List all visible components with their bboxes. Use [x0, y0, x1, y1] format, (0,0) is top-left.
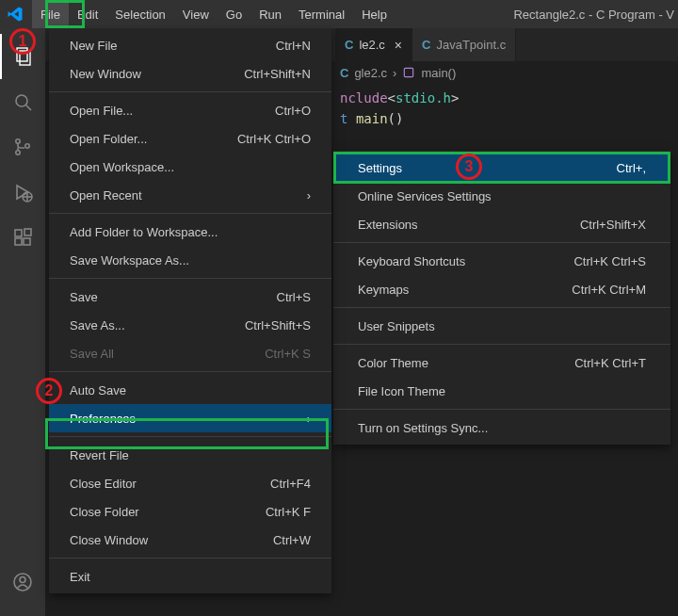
menu-item-shortcut: Ctrl+F4	[270, 477, 311, 491]
menu-selection[interactable]: Selection	[106, 0, 173, 28]
tab-label: le2.c	[359, 38, 384, 52]
svg-point-2	[16, 95, 27, 106]
accounts-icon[interactable]	[0, 559, 45, 605]
menu-item[interactable]: Save Workspace As...	[49, 246, 331, 274]
menu-item[interactable]: Add Folder to Workspace...	[49, 218, 331, 246]
submenu-item-shortcut: Ctrl+K Ctrl+S	[573, 254, 646, 268]
menu-item-shortcut: Ctrl+S	[277, 290, 311, 304]
svg-rect-14	[24, 229, 31, 235]
menu-item[interactable]: Preferences›	[49, 404, 331, 432]
menu-go[interactable]: Go	[218, 0, 250, 28]
menu-file[interactable]: File	[32, 0, 69, 28]
menu-item[interactable]: SaveCtrl+S	[49, 283, 331, 311]
menu-edit[interactable]: Edit	[69, 0, 106, 28]
submenu-item-shortcut: Ctrl+K Ctrl+T	[574, 356, 646, 370]
submenu-item[interactable]: ExtensionsCtrl+Shift+X	[333, 210, 670, 238]
menu-help[interactable]: Help	[353, 0, 396, 28]
extensions-icon[interactable]	[0, 215, 45, 260]
menu-item-label: Open File...	[70, 104, 133, 118]
menu-item-shortcut: Ctrl+O	[275, 104, 311, 118]
submenu-item-label: Keymaps	[358, 283, 409, 297]
file-menu-dropdown[interactable]: New FileCtrl+NNew WindowCtrl+Shift+NOpen…	[49, 28, 331, 593]
submenu-item[interactable]: Online Services Settings	[333, 182, 670, 210]
menu-separator	[333, 344, 670, 345]
preferences-submenu[interactable]: SettingsCtrl+,Online Services SettingsEx…	[333, 151, 670, 445]
explorer-icon[interactable]	[0, 34, 45, 79]
svg-rect-11	[15, 230, 22, 236]
menu-item-label: Save All	[70, 347, 114, 361]
menu-item[interactable]: Open File...Ctrl+O	[49, 96, 331, 124]
menu-item-label: Exit	[70, 570, 90, 584]
menu-item[interactable]: Close WindowCtrl+W	[49, 526, 331, 554]
submenu-item-shortcut: Ctrl+K Ctrl+M	[572, 283, 646, 297]
submenu-item-label: File Icon Theme	[358, 384, 445, 398]
activity-bar	[0, 28, 45, 616]
menu-terminal[interactable]: Terminal	[290, 0, 353, 28]
menu-run[interactable]: Run	[250, 0, 290, 28]
menu-item[interactable]: Auto Save	[49, 376, 331, 404]
code-token: nclude	[340, 90, 388, 105]
submenu-item[interactable]: SettingsCtrl+,	[333, 154, 670, 182]
menu-item-label: Open Folder...	[70, 132, 147, 146]
menu-item[interactable]: Exit	[49, 562, 331, 591]
search-icon[interactable]	[0, 79, 45, 124]
vscode-logo-icon	[6, 5, 24, 24]
menu-separator	[49, 558, 331, 559]
menu-item-label: Auto Save	[70, 383, 126, 397]
menu-item-shortcut: Ctrl+Shift+S	[245, 318, 311, 332]
submenu-item[interactable]: KeymapsCtrl+K Ctrl+M	[333, 275, 670, 303]
menu-item-label: Open Workspace...	[70, 160, 174, 174]
menu-separator	[333, 242, 670, 243]
menu-item[interactable]: Close FolderCtrl+K F	[49, 497, 331, 526]
menu-separator	[333, 409, 670, 410]
menu-item[interactable]: Open Recent›	[49, 181, 331, 209]
chevron-right-icon: ›	[307, 188, 311, 203]
menu-item: Save AllCtrl+K S	[49, 339, 331, 367]
svg-point-4	[16, 139, 20, 143]
code-token: <	[388, 90, 396, 105]
menu-item-label: Close Editor	[70, 477, 137, 491]
chevron-right-icon: ›	[393, 66, 396, 80]
source-control-icon[interactable]	[0, 124, 45, 170]
menu-item-label: Add Folder to Workspace...	[70, 225, 218, 239]
submenu-item[interactable]: Color ThemeCtrl+K Ctrl+T	[333, 349, 670, 377]
tab-inactive[interactable]: C JavaTpoint.c	[412, 28, 516, 61]
menu-item[interactable]: Open Workspace...	[49, 153, 331, 181]
menu-separator	[49, 91, 331, 92]
menu-item[interactable]: Open Folder...Ctrl+K Ctrl+O	[49, 124, 331, 153]
c-file-icon: C	[340, 66, 348, 80]
submenu-item[interactable]: User Snippets	[333, 312, 670, 340]
menu-separator	[333, 307, 670, 308]
close-icon[interactable]: ×	[395, 38, 402, 53]
menu-item[interactable]: Save As...Ctrl+Shift+S	[49, 311, 331, 339]
menu-item-shortcut: Ctrl+K S	[265, 347, 311, 361]
menu-separator	[49, 278, 331, 279]
menu-view[interactable]: View	[174, 0, 218, 28]
menu-item-label: Close Window	[70, 533, 148, 547]
svg-point-6	[25, 144, 29, 148]
svg-line-3	[26, 105, 32, 111]
svg-rect-1	[20, 51, 30, 65]
submenu-item-label: Online Services Settings	[358, 189, 492, 203]
menu-item[interactable]: New WindowCtrl+Shift+N	[49, 59, 331, 88]
menu-item-shortcut: Ctrl+K F	[266, 505, 311, 519]
menu-item[interactable]: New FileCtrl+N	[49, 31, 331, 59]
run-debug-icon[interactable]	[0, 170, 45, 215]
submenu-item[interactable]: Keyboard ShortcutsCtrl+K Ctrl+S	[333, 247, 670, 275]
tab-active[interactable]: C le2.c ×	[335, 28, 412, 61]
submenu-item-label: Extensions	[358, 218, 418, 232]
svg-rect-0	[17, 48, 27, 61]
menu-separator	[49, 436, 331, 437]
menu-separator	[49, 371, 331, 372]
submenu-item[interactable]: Turn on Settings Sync...	[333, 413, 670, 442]
code-token: stdio.h	[396, 90, 451, 105]
submenu-item[interactable]: File Icon Theme	[333, 377, 670, 405]
menu-item[interactable]: Close EditorCtrl+F4	[49, 469, 331, 497]
breadcrumb-file: gle2.c	[354, 66, 387, 80]
submenu-item-label: Turn on Settings Sync...	[358, 421, 488, 435]
menu-item[interactable]: Revert File	[49, 441, 331, 469]
menu-item-label: New File	[70, 39, 118, 53]
menubar: File Edit Selection View Go Run Terminal…	[0, 0, 678, 28]
menu-item-label: Preferences	[70, 412, 136, 426]
menu-item-label: Close Folder	[70, 505, 139, 519]
